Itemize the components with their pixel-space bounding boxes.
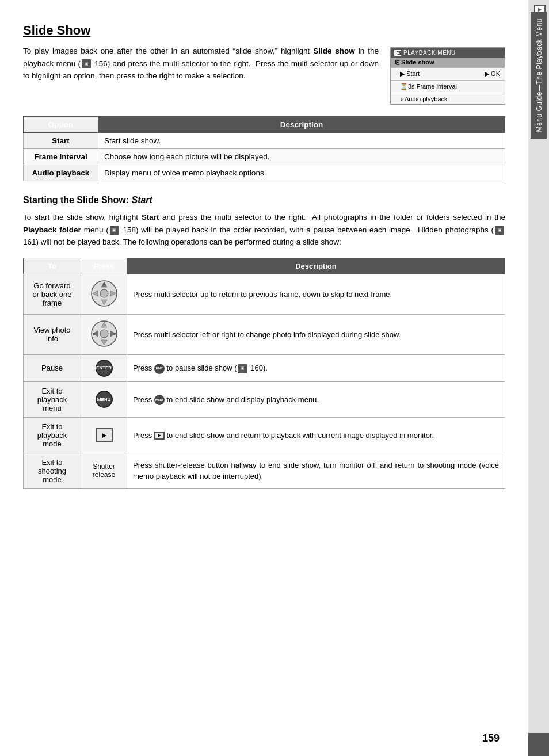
options-table: Option Description Start Start slide sho… (23, 116, 505, 181)
table-row: Exit to shooting mode Shutter release Pr… (24, 453, 505, 488)
op-press-multiselector-ud (81, 274, 127, 314)
table-row: Exit to playback menu MENU Press MNU to … (24, 381, 505, 417)
op-to-exit-menu: Exit to playback menu (24, 381, 81, 417)
op-press-enter: ENTER (81, 354, 127, 381)
multi-selector-ud-icon (90, 279, 119, 308)
operations-table: To Press Description Go forward or back … (23, 258, 505, 489)
op-desc-pause: Press ENT to pause slide show (▣ 160). (127, 354, 505, 381)
table-row: Frame interval Choose how long each pict… (24, 149, 505, 165)
options-col-description: Description (98, 117, 505, 133)
camera-menu-start-row: ▶ Start ▶ OK (391, 68, 505, 79)
table-row: Audio playback Display menu of voice mem… (24, 165, 505, 181)
option-start: Start (24, 133, 98, 149)
svg-point-2 (103, 283, 105, 285)
op-desc-exit-shooting: Press shutter-release button halfway to … (127, 453, 505, 488)
camera-menu-slide-show-label: ⎘ Slide show (395, 59, 434, 66)
multi-selector-lr-icon (90, 319, 119, 348)
section-heading-text: Starting the Slide Show: Start (23, 195, 152, 205)
desc-frame-interval: Choose how long each picture will be dis… (98, 149, 505, 165)
ops-col-desc: Description (127, 258, 505, 274)
right-sidebar: Menu Guide—The Playback Menu (528, 0, 549, 756)
camera-menu-box: ▶ PLAYBACK MENU ⎘ Slide show ▶ Start ▶ O… (390, 47, 505, 105)
intro-text: To play images back one after the other … (23, 45, 379, 105)
book-ref-icon: ▣ (82, 59, 91, 68)
op-to-pause: Pause (24, 354, 81, 381)
ops-col-press: Press (81, 258, 127, 274)
table-row: Go forward or back one frame (24, 274, 505, 314)
op-desc-exit-menu: Press MNU to end slide show and display … (127, 381, 505, 417)
op-to-photo-info: View photo info (24, 314, 81, 354)
op-press-playback: ▶ (81, 417, 127, 453)
book-ref-pause: ▣ (238, 364, 247, 373)
ops-col-to: To (24, 258, 81, 274)
option-frame-interval: Frame interval (24, 149, 98, 165)
book-ref-icon-3: ▣ (495, 226, 504, 235)
table-row: Pause ENTER Press ENT to pause slide sho… (24, 354, 505, 381)
svg-point-1 (100, 289, 108, 297)
op-desc-forward-back: Press multi selector up to return to pre… (127, 274, 505, 314)
table-row: Start Start slide show. (24, 133, 505, 149)
table-row: View photo info (24, 314, 505, 354)
camera-menu-audio-label: ♪ Audio playback (400, 96, 448, 102)
op-to-exit-shooting: Exit to shooting mode (24, 453, 81, 488)
main-content: Slide Show To play images back one after… (0, 0, 528, 756)
playback-menu-icon: ▶ (394, 50, 401, 56)
op-press-shutter: Shutter release (81, 453, 127, 488)
camera-menu-frame-label: ⏳3s Frame interval (400, 83, 457, 90)
svg-point-5 (93, 333, 95, 335)
camera-menu-frame-interval: ⏳3s Frame interval (391, 81, 505, 92)
section-body: To start the slide show, highlight Start… (23, 211, 505, 249)
camera-menu-start-ok: ▶ OK (485, 70, 500, 78)
table-row: Exit to playback mode ▶ Press ▶ to end s… (24, 417, 505, 453)
playback-button-icon: ▶ (96, 428, 113, 442)
option-audio-playback: Audio playback (24, 165, 98, 181)
sidebar-bottom-block (528, 733, 549, 756)
svg-point-4 (100, 330, 108, 338)
intro-section: To play images back one after the other … (23, 45, 505, 105)
enter-button-icon: ENTER (96, 360, 113, 377)
book-ref-icon-2: ▣ (110, 226, 119, 235)
desc-audio-playback: Display menu of voice memo playback opti… (98, 165, 505, 181)
op-to-exit-playback: Exit to playback mode (24, 417, 81, 453)
op-press-menu: MENU (81, 381, 127, 417)
svg-point-6 (113, 333, 116, 335)
camera-menu-start-label: ▶ Start (400, 70, 420, 78)
op-desc-photo-info: Press multi selector left or right to ch… (127, 314, 505, 354)
page-number: 159 (482, 732, 500, 744)
op-desc-exit-playback: Press ▶ to end slide show and return to … (127, 417, 505, 453)
camera-menu-header: ▶ PLAYBACK MENU (391, 48, 505, 58)
options-col-option: Option (24, 117, 98, 133)
camera-menu-title: PLAYBACK MENU (403, 49, 456, 56)
section-heading-start: Starting the Slide Show: Start (23, 195, 505, 205)
op-to-forward-back: Go forward or back one frame (24, 274, 81, 314)
menu-button-icon: MENU (96, 391, 113, 408)
camera-menu-slide-show: ⎘ Slide show (391, 58, 505, 67)
op-press-multiselector-lr (81, 314, 127, 354)
camera-menu-audio: ♪ Audio playback (391, 94, 505, 104)
desc-start: Start slide show. (98, 133, 505, 149)
page-title: Slide Show (23, 23, 505, 38)
sidebar-tab: Menu Guide—The Playback Menu (531, 12, 547, 139)
